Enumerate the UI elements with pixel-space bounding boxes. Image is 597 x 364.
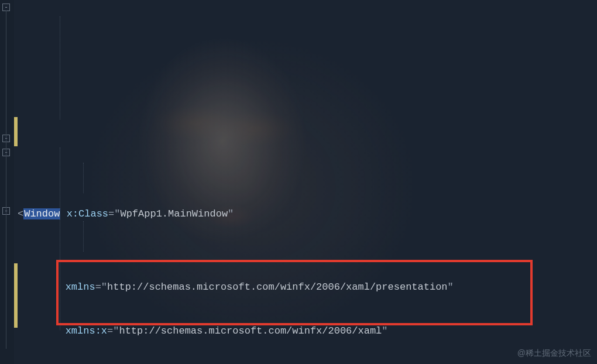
indent-guide	[60, 16, 60, 119]
editor-gutter: - - - -	[0, 0, 14, 364]
change-marker	[14, 263, 18, 328]
xaml-editor[interactable]: - - - - <Window x:Class="WpfApp1.MainWin…	[0, 0, 597, 364]
indent-guide	[83, 221, 84, 252]
code-line[interactable]: xmlns="http://schemas.microsoft.com/winf…	[18, 280, 597, 294]
code-line[interactable]: xmlns:x="http://schemas.microsoft.com/wi…	[18, 324, 597, 338]
code-area[interactable]: <Window x:Class="WpfApp1.MainWindow" xml…	[14, 0, 597, 364]
code-line[interactable]: <Window x:Class="WpfApp1.MainWindow"	[18, 207, 597, 221]
change-marker	[14, 117, 18, 146]
indent-guide	[60, 147, 60, 330]
indent-guide	[83, 163, 84, 193]
outline-bar	[6, 11, 6, 349]
